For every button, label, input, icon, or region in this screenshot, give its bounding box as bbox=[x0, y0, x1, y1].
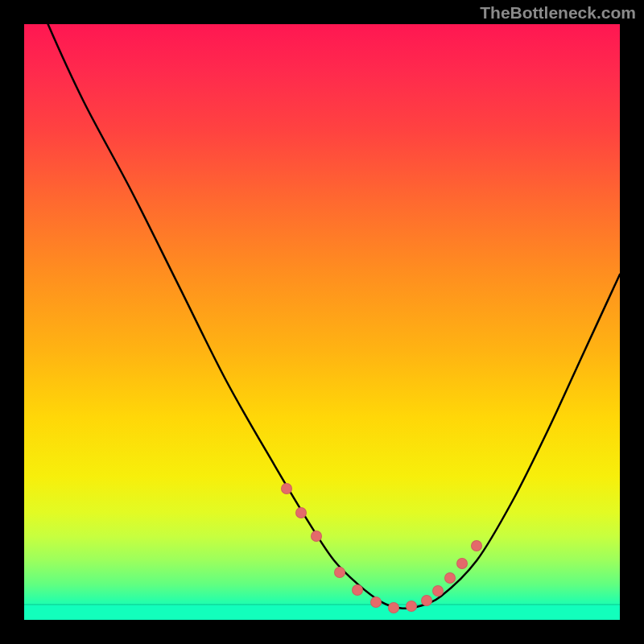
watermark-text: TheBottleneck.com bbox=[480, 3, 636, 23]
data-marker bbox=[432, 585, 444, 597]
data-marker bbox=[406, 601, 417, 612]
data-marker bbox=[456, 558, 468, 569]
data-marker bbox=[352, 584, 363, 596]
bottom-optimal-band bbox=[24, 605, 620, 620]
data-marker bbox=[370, 597, 382, 608]
curve-svg bbox=[24, 24, 620, 620]
data-marker bbox=[334, 567, 345, 578]
chart-area bbox=[24, 24, 620, 620]
data-marker bbox=[388, 602, 399, 613]
data-marker bbox=[281, 483, 292, 494]
bottleneck-curve-path bbox=[24, 24, 620, 609]
data-marker bbox=[471, 540, 482, 551]
data-marker bbox=[444, 572, 456, 584]
data-marker bbox=[421, 595, 432, 606]
data-marker bbox=[295, 507, 307, 518]
data-marker bbox=[311, 530, 322, 542]
